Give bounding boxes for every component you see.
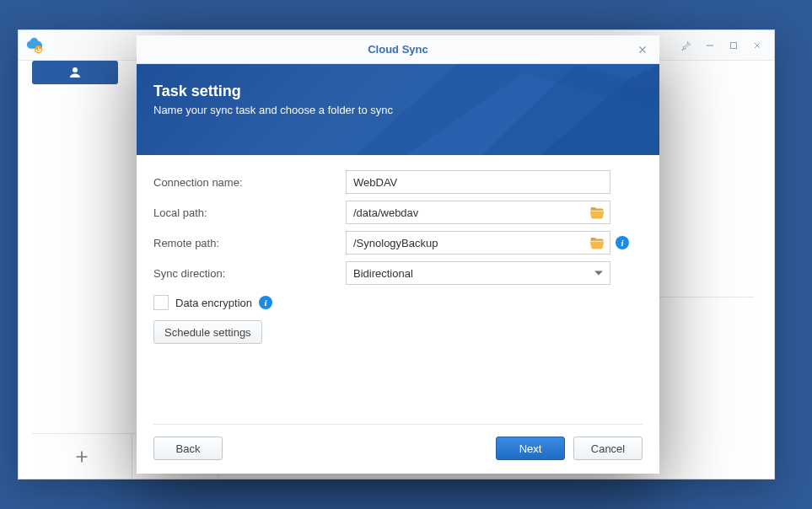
svg-point-3 xyxy=(73,67,78,72)
connection-name-row: Connection name: WebDAV xyxy=(153,169,643,196)
task-form: Connection name: WebDAV Local path: /dat… xyxy=(137,155,659,344)
folder-icon xyxy=(589,236,605,249)
app-icon xyxy=(25,36,44,55)
sync-direction-label: Sync direction: xyxy=(153,267,346,280)
close-icon xyxy=(637,44,648,56)
sidebar-account-tab[interactable] xyxy=(32,61,118,84)
dialog-footer: Back Next Cancel xyxy=(153,424,643,460)
local-path-value: /data/webdav xyxy=(353,206,418,219)
next-button[interactable]: Next xyxy=(496,437,565,460)
add-button[interactable] xyxy=(32,434,132,479)
remote-path-input[interactable]: /SynologyBackup xyxy=(346,231,610,254)
cancel-button[interactable]: Cancel xyxy=(573,437,643,460)
dialog-title: Cloud Sync xyxy=(368,43,428,56)
folder-icon xyxy=(589,206,605,219)
hero-subtitle: Name your sync task and choose a folder … xyxy=(153,104,643,116)
next-button-label: Next xyxy=(519,442,542,455)
dialog-titlebar: Cloud Sync xyxy=(137,35,659,64)
task-setting-dialog: Cloud Sync Task setting Name your sync t… xyxy=(137,35,659,474)
schedule-settings-button[interactable]: Schedule settings xyxy=(153,320,262,344)
back-button[interactable]: Back xyxy=(153,437,223,460)
plus-icon xyxy=(73,448,90,465)
local-path-row: Local path: /data/webdav xyxy=(153,199,643,226)
data-encryption-label: Data encryption xyxy=(175,297,252,309)
local-path-input[interactable]: /data/webdav xyxy=(346,201,610,224)
data-encryption-checkbox[interactable] xyxy=(153,295,169,310)
sync-direction-value: Bidirectional xyxy=(353,267,413,280)
browse-local-button[interactable] xyxy=(588,204,606,221)
close-icon[interactable] xyxy=(745,34,769,57)
back-button-label: Back xyxy=(176,442,201,455)
sync-direction-select[interactable]: Bidirectional xyxy=(346,261,610,285)
schedule-settings-label: Schedule settings xyxy=(164,326,251,339)
remote-path-info-icon[interactable]: i xyxy=(616,236,629,249)
connection-name-input[interactable]: WebDAV xyxy=(346,170,610,194)
sync-direction-row: Sync direction: Bidirectional xyxy=(153,260,643,287)
hero-heading: Task setting xyxy=(153,83,643,100)
connection-name-value: WebDAV xyxy=(353,176,397,189)
remote-path-label: Remote path: xyxy=(153,237,346,249)
pin-icon[interactable] xyxy=(675,34,698,57)
user-icon xyxy=(67,65,83,80)
dialog-close-button[interactable] xyxy=(631,38,654,62)
browse-remote-button[interactable] xyxy=(588,234,606,251)
encryption-info-icon[interactable]: i xyxy=(259,296,272,309)
data-encryption-row: Data encryption i xyxy=(153,295,643,310)
maximize-icon[interactable] xyxy=(722,34,745,57)
remote-path-value: /SynologyBackup xyxy=(353,237,438,249)
window-controls xyxy=(675,30,769,60)
local-path-label: Local path: xyxy=(153,206,346,219)
cancel-button-label: Cancel xyxy=(591,442,625,455)
sidebar xyxy=(32,61,142,479)
svg-rect-2 xyxy=(731,42,737,48)
minimize-icon[interactable] xyxy=(698,34,722,57)
remote-path-row: Remote path: /SynologyBackup i xyxy=(153,229,643,256)
chevron-down-icon xyxy=(594,271,603,276)
dialog-hero: Task setting Name your sync task and cho… xyxy=(137,64,659,155)
connection-name-label: Connection name: xyxy=(153,176,346,189)
